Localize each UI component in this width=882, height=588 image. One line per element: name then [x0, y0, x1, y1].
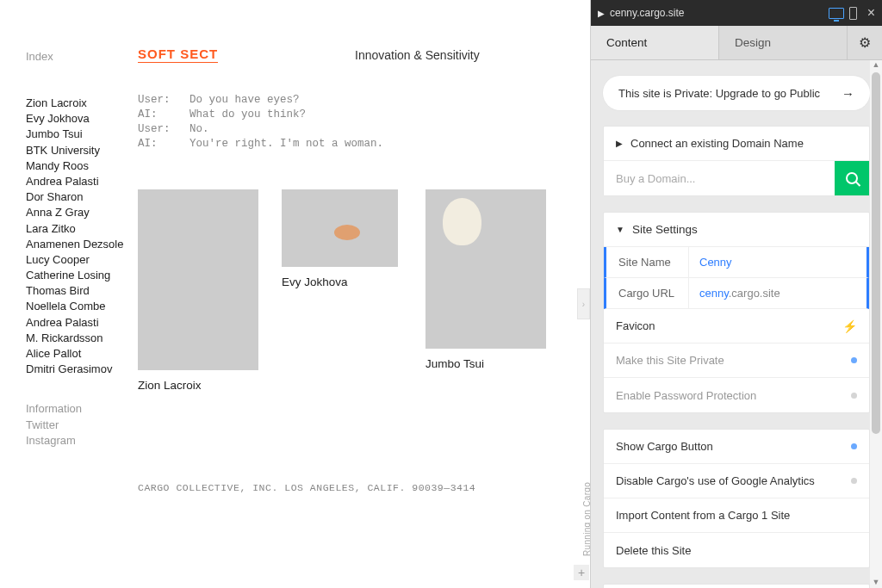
cargo-button-row[interactable]: Show Cargo Button: [604, 430, 869, 464]
artist-link[interactable]: Alice Pallot: [26, 346, 129, 362]
artist-link[interactable]: Dor Sharon: [26, 189, 129, 205]
import-row[interactable]: Import Content from a Cargo 1 Site: [604, 498, 869, 533]
make-private-label: Make this Site Private: [616, 354, 724, 367]
back-arrow-icon[interactable]: ▶: [598, 9, 605, 18]
scroll-up-arrow-icon[interactable]: ▲: [872, 60, 880, 71]
account-settings-card: ▶ Cargo Account Settings: [603, 584, 870, 588]
admin-panel: ▶ cenny.cargo.site × Content Design ⚙ Th…: [590, 0, 882, 588]
footer-credit: CARGO COLLECTIVE, INC. LOS ANGELES, CALI…: [138, 482, 475, 493]
artist-link[interactable]: Noellela Combe: [26, 299, 129, 314]
site-name-value: Cenny: [689, 256, 732, 269]
artist-link[interactable]: Zion Lacroix: [26, 96, 129, 111]
status-dot-icon: [851, 478, 857, 484]
cargo-url-row[interactable]: Cargo URL cenny.cargo.site: [604, 278, 869, 309]
site-settings-card: ▼ Site Settings Site Name Cenny Cargo UR…: [603, 212, 870, 413]
gallery-image: [425, 189, 546, 349]
password-label: Enable Password Protection: [616, 389, 756, 402]
info-link[interactable]: Information: [26, 401, 129, 417]
expand-panel-tab[interactable]: ›: [577, 288, 590, 319]
scroll-thumb[interactable]: [872, 72, 880, 434]
account-settings-row[interactable]: ▶ Cargo Account Settings: [604, 585, 869, 588]
tagline: Innovation & Sensitivity: [355, 48, 480, 62]
site-name-row[interactable]: Site Name Cenny: [604, 247, 869, 278]
artist-link[interactable]: Catherine Losing: [26, 268, 129, 283]
conversation-block: User: Do you have eyes? AI: What do you …: [138, 93, 383, 152]
artist-link[interactable]: Jumbo Tsui: [26, 127, 129, 142]
sidebar: Index Zion LacroixEvy JokhovaJumbo TsuiB…: [26, 50, 129, 449]
artist-link[interactable]: Thomas Bird: [26, 283, 129, 299]
site-options-card: Show Cargo Button Disable Cargo's use of…: [603, 429, 870, 568]
import-label: Import Content from a Cargo 1 Site: [616, 509, 790, 522]
password-row[interactable]: Enable Password Protection: [604, 378, 869, 412]
artist-link[interactable]: Anamenen Dezsole: [26, 237, 129, 252]
artist-link[interactable]: BTK University: [26, 143, 129, 158]
connect-domain-label: Connect an existing Domain Name: [630, 137, 804, 150]
gallery-caption: Jumbo Tsui: [425, 357, 546, 370]
artist-link[interactable]: Lucy Cooper: [26, 252, 129, 268]
info-link[interactable]: Twitter: [26, 418, 129, 433]
info-links: InformationTwitterInstagram: [26, 401, 129, 449]
artist-link[interactable]: Dmitri Gerasimov: [26, 362, 129, 377]
index-heading: Index: [26, 50, 129, 63]
artist-link[interactable]: Evy Jokhova: [26, 111, 129, 127]
arrow-right-icon: →: [842, 86, 854, 101]
connect-domain-row[interactable]: ▶ Connect an existing Domain Name: [604, 127, 869, 161]
panel-tabs: Content Design ⚙: [591, 26, 882, 60]
gallery-card[interactable]: Zion Lacroix: [138, 189, 258, 392]
scroll-down-arrow-icon[interactable]: ▼: [872, 578, 880, 588]
mobile-icon[interactable]: [849, 7, 857, 20]
buy-domain-row: [604, 161, 869, 195]
cargo-url-value: cenny.cargo.site: [689, 287, 780, 300]
status-dot-icon: [851, 393, 857, 399]
search-icon: [846, 172, 858, 184]
artist-link[interactable]: Lara Zitko: [26, 221, 129, 237]
panel-body: This site is Private: Upgrade to go Publ…: [591, 60, 882, 588]
chevron-down-icon: ▼: [616, 225, 624, 234]
gallery-card[interactable]: Evy Jokhova: [282, 189, 398, 288]
settings-gear-icon[interactable]: ⚙: [848, 26, 882, 59]
gallery-caption: Zion Lacroix: [138, 379, 258, 392]
site-url[interactable]: cenny.cargo.site: [610, 7, 829, 19]
cargo-button-label: Show Cargo Button: [616, 440, 713, 453]
site-name-label: Site Name: [606, 247, 689, 277]
gallery-image: [138, 189, 258, 370]
upgrade-pill[interactable]: This site is Private: Upgrade to go Publ…: [603, 76, 870, 110]
site-preview: Index Zion LacroixEvy JokhovaJumbo TsuiB…: [0, 0, 590, 588]
artist-link[interactable]: M. Rickardsson: [26, 331, 129, 346]
domain-search-button[interactable]: [835, 161, 869, 195]
gallery-caption: Evy Jokhova: [282, 275, 398, 288]
bolt-icon: ⚡: [842, 319, 857, 333]
artist-link[interactable]: Anna Z Gray: [26, 205, 129, 220]
tab-content[interactable]: Content: [591, 26, 719, 59]
status-dot-icon: [851, 443, 857, 449]
gallery-image: [282, 189, 398, 267]
gallery-card[interactable]: Jumbo Tsui: [425, 189, 546, 370]
domain-card: ▶ Connect an existing Domain Name: [603, 126, 870, 196]
artist-list: Zion LacroixEvy JokhovaJumbo TsuiBTK Uni…: [26, 96, 129, 377]
chevron-right-icon: ▶: [616, 139, 623, 148]
tab-design[interactable]: Design: [719, 26, 848, 59]
device-toggle: [829, 7, 857, 20]
close-icon[interactable]: ×: [867, 5, 875, 21]
favicon-row[interactable]: Favicon ⚡: [604, 309, 869, 344]
site-settings-header[interactable]: ▼ Site Settings: [604, 213, 869, 247]
artist-link[interactable]: Mandy Roos: [26, 158, 129, 174]
delete-site-row[interactable]: Delete this Site: [604, 533, 869, 567]
cargo-url-label: Cargo URL: [606, 278, 689, 308]
site-settings-title: Site Settings: [632, 223, 698, 236]
upgrade-pill-label: This site is Private: Upgrade to go Publ…: [618, 87, 820, 100]
artist-link[interactable]: Andrea Palasti: [26, 174, 129, 189]
favicon-label: Favicon: [616, 319, 655, 332]
brand-title[interactable]: SOFT SECT: [138, 46, 218, 63]
delete-site-label: Delete this Site: [616, 544, 691, 557]
buy-domain-input[interactable]: [604, 161, 835, 195]
info-link[interactable]: Instagram: [26, 433, 129, 449]
status-dot-icon: [851, 357, 857, 363]
artist-link[interactable]: Andrea Palasti: [26, 315, 129, 331]
disable-ga-row[interactable]: Disable Cargo's use of Google Analytics: [604, 464, 869, 498]
make-private-row[interactable]: Make this Site Private: [604, 344, 869, 378]
panel-scrollbar[interactable]: ▲ ▼: [870, 60, 882, 588]
panel-topbar: ▶ cenny.cargo.site ×: [591, 0, 882, 26]
desktop-icon[interactable]: [829, 8, 844, 19]
add-button[interactable]: +: [574, 565, 589, 580]
